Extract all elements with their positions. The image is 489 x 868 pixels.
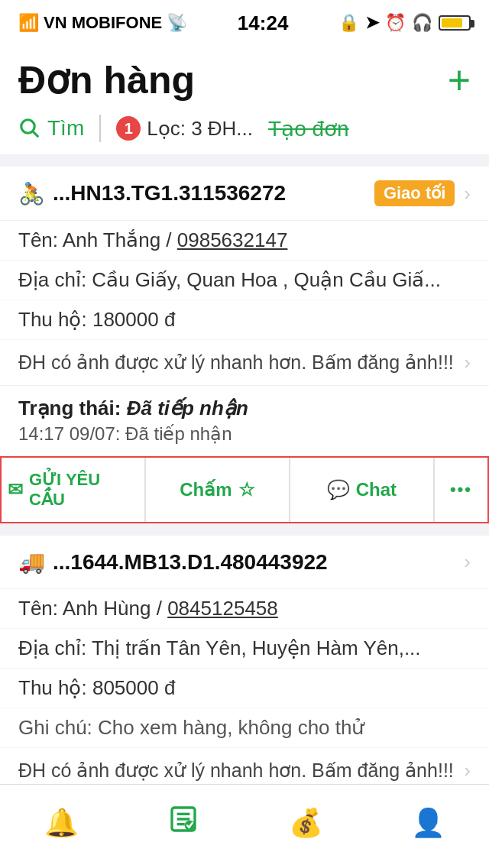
- page-header: Đơn hàng + Tìm 1 Lọc: 3 ĐH... Tạo đơn: [0, 46, 489, 154]
- svg-line-1: [33, 131, 38, 137]
- order-1-id: ...HN13.TG1.311536272: [53, 181, 374, 206]
- headphone-icon: 🎧: [412, 13, 432, 33]
- svg-point-0: [21, 120, 35, 134]
- order-2-phone[interactable]: 0845125458: [167, 597, 278, 620]
- tab-bar: 🔔 💰 👤: [0, 784, 489, 868]
- order-1-image-prompt[interactable]: ĐH có ảnh được xử lý nhanh hơn. Bấm đăng…: [0, 340, 489, 386]
- cham-button[interactable]: Chấm ☆: [145, 458, 290, 522]
- add-order-button[interactable]: +: [448, 60, 471, 100]
- order-2-id: ...1644.MB13.D1.480443922: [53, 550, 464, 575]
- header-divider: [99, 115, 101, 142]
- search-button[interactable]: Tìm: [18, 116, 84, 141]
- order-1-collection: Thu hộ: 180000 đ: [0, 300, 489, 340]
- order-1-phone[interactable]: 0985632147: [177, 228, 288, 251]
- order-1-status-time: 14:17 09/07: Đã tiếp nhận: [18, 423, 471, 445]
- tab-finance[interactable]: 💰: [244, 807, 367, 847]
- tab-orders[interactable]: [122, 804, 244, 849]
- filter-badge: 1: [116, 116, 141, 141]
- send-request-label: GỬI YÊU CẦU: [29, 470, 138, 510]
- order-1-chevron-icon: ›: [464, 182, 471, 206]
- wifi-icon: 📡: [167, 13, 187, 33]
- order-1-address: Địa chỉ: Cầu Giấy, Quan Hoa , Quận Cầu G…: [0, 261, 489, 300]
- bell-icon: 🔔: [44, 807, 79, 839]
- chat-label: Chat: [356, 479, 397, 500]
- more-button[interactable]: •••: [434, 458, 487, 522]
- orders-icon: [168, 804, 199, 841]
- carrier-info: 📶 VN MOBIFONE 📡: [18, 13, 187, 33]
- image-prompt-chevron-icon: ›: [464, 351, 471, 374]
- carrier-name: VN MOBIFONE: [44, 13, 162, 33]
- lock-icon: 🔒: [338, 13, 359, 33]
- order-2-image-chevron-icon: ›: [464, 759, 471, 782]
- create-order-button[interactable]: Tạo đơn: [268, 116, 349, 141]
- order-2-name-phone: Tên: Anh Hùng / 0845125458: [0, 589, 489, 629]
- order-card-1: 🚴 ...HN13.TG1.311536272 Giao tối › Tên: …: [0, 167, 489, 523]
- battery-icon: [439, 15, 471, 31]
- order-2-header[interactable]: 🚚 ...1644.MB13.D1.480443922 ›: [0, 536, 489, 589]
- more-dots-label: •••: [450, 480, 472, 500]
- filter-label: Lọc: 3 ĐH...: [147, 117, 253, 141]
- order-1-status-badge: Giao tối: [374, 180, 455, 206]
- search-label: Tìm: [47, 116, 84, 141]
- search-icon: [18, 117, 41, 140]
- order-2-note: Ghi chú: Cho xem hàng, không cho thử: [0, 708, 489, 748]
- chat-icon: 💬: [327, 479, 350, 500]
- status-icons: 🔒 ➤ ⏰ 🎧: [338, 13, 471, 33]
- money-icon: 💰: [289, 807, 323, 839]
- order-card-2: 🚚 ...1644.MB13.D1.480443922 › Tên: Anh H…: [0, 536, 489, 794]
- location-icon: ➤: [365, 13, 379, 33]
- status-bar: 📶 VN MOBIFONE 📡 14:24 🔒 ➤ ⏰ 🎧: [0, 0, 489, 46]
- send-request-button[interactable]: ✉ GỬI YÊU CẦU: [2, 458, 145, 522]
- order-2-address: Địa chỉ: Thị trấn Tân Yên, Huyện Hàm Yên…: [0, 629, 489, 669]
- order-2-chevron-icon: ›: [464, 550, 471, 574]
- order-1-header[interactable]: 🚴 ...HN13.TG1.311536272 Giao tối ›: [0, 167, 489, 221]
- page-title: Đơn hàng: [18, 58, 195, 102]
- time-display: 14:24: [238, 11, 289, 35]
- star-icon: ☆: [238, 479, 255, 500]
- tab-notifications[interactable]: 🔔: [0, 807, 122, 847]
- order-2-vehicle-icon: 🚚: [18, 549, 45, 575]
- cham-label: Chấm: [180, 479, 232, 500]
- alarm-icon: ⏰: [385, 13, 406, 33]
- tab-profile[interactable]: 👤: [367, 807, 489, 847]
- orders-list: 🚴 ...HN13.TG1.311536272 Giao tối › Tên: …: [0, 154, 489, 818]
- order-2-collection: Thu hộ: 805000 đ: [0, 669, 489, 708]
- envelope-icon: ✉: [8, 479, 23, 500]
- filter-button[interactable]: 1 Lọc: 3 ĐH...: [116, 116, 253, 141]
- order-1-name-phone: Tên: Anh Thắng / 0985632147: [0, 221, 489, 261]
- person-icon: 👤: [411, 807, 445, 839]
- order-1-action-bar: ✉ GỬI YÊU CẦU Chấm ☆ 💬 Chat •••: [0, 456, 489, 523]
- order-1-status-label: Trạng thái: Đã tiếp nhận: [18, 397, 471, 420]
- chat-button[interactable]: 💬 Chat: [290, 458, 434, 522]
- order-1-status-section: Trạng thái: Đã tiếp nhận 14:17 09/07: Đã…: [0, 386, 489, 456]
- order-1-vehicle-icon: 🚴: [18, 181, 45, 206]
- signal-icon: 📶: [18, 13, 39, 33]
